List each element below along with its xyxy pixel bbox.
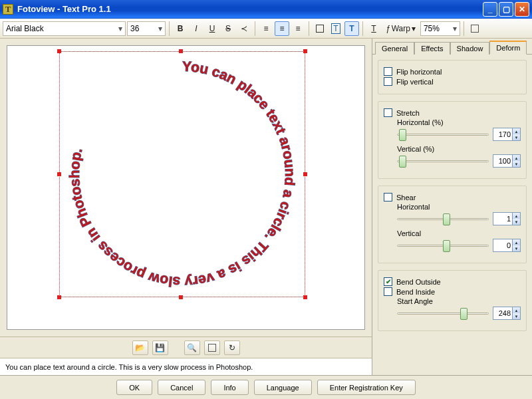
refresh-button[interactable]: ↻ — [224, 340, 240, 355]
font-family-value: Arial Black — [6, 24, 44, 33]
formatting-toolbar: Arial Black ▾ 36 ▾ B I U S ≺ ≡ ≡ ≡ T T T… — [0, 19, 532, 39]
stretch-h-spin[interactable]: 170▲▼ — [493, 128, 521, 141]
shear-h-spin[interactable]: 1▲▼ — [493, 212, 521, 225]
canvas-panel: You can place text around a circle. This… — [0, 39, 372, 375]
bend-outside-checkbox[interactable]: ✔Bend Outside — [384, 277, 521, 286]
warp-label: Warp — [392, 24, 410, 33]
font-family-combo[interactable]: Arial Black ▾ — [3, 21, 126, 36]
shear-group: Shear Horizontal 1▲▼ Vertical 0▲▼ — [378, 186, 527, 263]
circular-text-preview: You can place text around a circle. This… — [61, 53, 304, 296]
circular-text-content: You can place text around a circle. This… — [66, 59, 298, 290]
bend-inside-checkbox[interactable]: Bend Inside — [384, 287, 521, 296]
align-left-button[interactable]: ≡ — [259, 21, 273, 36]
tab-effects[interactable]: Effects — [414, 42, 450, 55]
fit-button[interactable] — [204, 340, 220, 355]
stretch-v-slider[interactable] — [397, 155, 489, 167]
warp-button[interactable]: ƒWarp ▾ — [382, 21, 419, 36]
stretch-v-label: Vertical (%) — [397, 145, 521, 153]
text-style-3-button[interactable]: T — [344, 21, 359, 36]
property-tabs: General Effects Shadow Deform — [372, 39, 532, 55]
zoom-value: 75% — [424, 24, 440, 33]
text-input[interactable] — [4, 362, 368, 372]
shear-v-spin[interactable]: 0▲▼ — [493, 239, 521, 252]
stretch-checkbox[interactable]: Stretch — [384, 108, 521, 117]
stretch-h-label: Horizontal (%) — [397, 118, 521, 126]
canvas[interactable]: You can place text around a circle. This… — [7, 45, 365, 330]
zoom-tool-button[interactable]: 🔍 — [184, 340, 200, 355]
title-bar: T Fotoview - Text Pro 1.1 _ ▢ ✕ — [0, 0, 532, 19]
minimize-button[interactable]: _ — [483, 2, 497, 17]
bold-button[interactable]: B — [173, 21, 188, 36]
underline-button[interactable]: U — [205, 21, 219, 36]
flip-vertical-checkbox[interactable]: Flip vertical — [384, 77, 521, 86]
chevron-down-icon: ▾ — [453, 24, 457, 33]
font-size-value: 36 — [130, 24, 139, 33]
stretch-h-slider[interactable] — [397, 128, 489, 140]
flip-group: Flip horizontal Flip vertical — [378, 60, 527, 94]
chevron-down-icon: ▾ — [412, 24, 416, 33]
app-icon: T — [3, 4, 13, 15]
zoom-combo[interactable]: 75% ▾ — [420, 21, 460, 36]
properties-panel: General Effects Shadow Deform Flip horiz… — [372, 39, 532, 375]
info-button[interactable]: Info — [211, 380, 248, 395]
start-angle-spin[interactable]: 248▲▼ — [493, 307, 521, 320]
kerning-button[interactable]: ≺ — [237, 21, 251, 36]
shear-h-label: Horizontal — [397, 203, 521, 211]
text-style-2-button[interactable]: T — [329, 21, 343, 36]
chevron-down-icon: ▾ — [118, 24, 122, 33]
strike-button[interactable]: S — [221, 21, 235, 36]
shear-v-label: Vertical — [397, 229, 521, 237]
stretch-group: Stretch Horizontal (%) 170▲▼ Vertical (%… — [378, 101, 527, 179]
register-button[interactable]: Enter Registration Key — [317, 380, 416, 395]
shear-v-slider[interactable] — [397, 239, 489, 251]
font-size-combo[interactable]: 36 ▾ — [127, 21, 166, 36]
maximize-button[interactable]: ▢ — [499, 2, 513, 17]
language-button[interactable]: Language — [254, 380, 312, 395]
shear-checkbox[interactable]: Shear — [384, 193, 521, 201]
stretch-v-spin[interactable]: 100▲▼ — [493, 154, 521, 168]
window-title: Fotoview - Text Pro 1.1 — [17, 4, 111, 14]
shear-h-slider[interactable] — [397, 213, 489, 225]
bend-group: ✔Bend Outside Bend Inside Start Angle 24… — [378, 270, 527, 331]
align-center-button[interactable]: ≡ — [275, 21, 289, 36]
chevron-down-icon: ▾ — [158, 24, 162, 33]
start-angle-label: Start Angle — [397, 297, 521, 305]
text-style-1-button[interactable] — [313, 21, 327, 36]
text-input-bar — [0, 358, 372, 375]
vertical-text-button[interactable]: T — [366, 21, 381, 36]
italic-button[interactable]: I — [189, 21, 203, 36]
open-button[interactable]: 📂 — [132, 340, 148, 355]
canvas-toolbar: 📂 💾 🔍 ↻ — [0, 336, 372, 358]
ok-button[interactable]: OK — [116, 380, 152, 395]
tab-deform[interactable]: Deform — [489, 41, 527, 55]
close-button[interactable]: ✕ — [515, 2, 529, 17]
svg-text:You can place text around a ci: You can place text around a circle. This… — [66, 59, 298, 290]
tab-general[interactable]: General — [375, 42, 414, 55]
align-right-button[interactable]: ≡ — [291, 21, 305, 36]
flip-horizontal-checkbox[interactable]: Flip horizontal — [384, 67, 521, 76]
options-button[interactable] — [467, 21, 482, 36]
cancel-button[interactable]: Cancel — [158, 380, 205, 395]
save-button[interactable]: 💾 — [152, 340, 168, 355]
tab-shadow[interactable]: Shadow — [450, 42, 490, 55]
start-angle-slider[interactable] — [397, 307, 489, 319]
dialog-buttons: OK Cancel Info Language Enter Registrati… — [0, 375, 532, 399]
